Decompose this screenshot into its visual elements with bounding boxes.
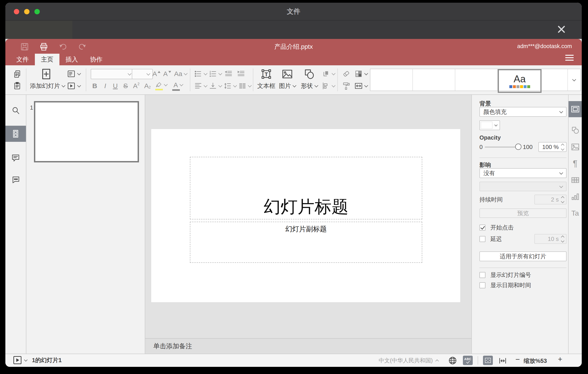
- add-slide-icon[interactable]: [41, 68, 52, 80]
- add-slide-button[interactable]: 添加幻灯片: [28, 82, 67, 89]
- start-on-click-checkbox[interactable]: [479, 225, 485, 231]
- fill-type-select[interactable]: 颜色填充: [479, 107, 567, 117]
- comments-icon[interactable]: [5, 150, 26, 166]
- underline-button[interactable]: U: [110, 81, 120, 91]
- textbox-icon[interactable]: T: [257, 68, 276, 80]
- decrease-indent-button[interactable]: [223, 69, 234, 79]
- image-icon[interactable]: [277, 68, 298, 80]
- copy-button[interactable]: [12, 69, 22, 79]
- increase-font-icon[interactable]: A: [151, 69, 162, 79]
- image-settings-icon[interactable]: [568, 139, 582, 155]
- font-name-select[interactable]: [91, 69, 134, 79]
- numbering-button[interactable]: [208, 69, 222, 79]
- preview-button: 预览: [479, 209, 567, 218]
- horizontal-align-button[interactable]: [193, 81, 207, 91]
- text-art-settings-icon[interactable]: Ta: [568, 205, 582, 221]
- editor-header: 产品介绍.pptx adm***@dootask.com 文件 主页 插入 协作: [5, 39, 582, 65]
- theme-thumbnail[interactable]: [370, 69, 413, 91]
- zoom-out-button[interactable]: −: [515, 355, 520, 363]
- columns-button[interactable]: [238, 81, 252, 91]
- shape-button[interactable]: 形状: [298, 82, 320, 89]
- slide-thumbnail-number: 1: [30, 104, 33, 111]
- show-slide-number-checkbox[interactable]: [479, 272, 485, 278]
- strikethrough-button[interactable]: S: [121, 81, 130, 91]
- set-language-icon[interactable]: [448, 356, 457, 365]
- clear-style-icon[interactable]: [341, 69, 352, 79]
- effect-option-select: [479, 182, 567, 191]
- maximize-traffic-light[interactable]: [34, 9, 40, 14]
- bold-button[interactable]: B: [90, 81, 100, 91]
- shape-settings-icon[interactable]: [568, 122, 582, 139]
- arrange-button[interactable]: [321, 69, 336, 79]
- theme-gallery-expand-icon[interactable]: [568, 69, 580, 91]
- slide-thumbnail[interactable]: [34, 101, 139, 162]
- slide-settings-icon[interactable]: [568, 101, 582, 117]
- slides-panel-icon[interactable]: [5, 126, 26, 142]
- paste-button[interactable]: [12, 80, 22, 91]
- subscript-button[interactable]: A2: [142, 81, 153, 91]
- notes-area[interactable]: 单击添加备注: [145, 338, 471, 354]
- table-settings-icon[interactable]: [568, 172, 582, 188]
- slide-title-text: 幻灯片标题: [264, 197, 348, 219]
- minimize-traffic-light[interactable]: [24, 9, 30, 14]
- zoom-level: 缩放%53: [524, 357, 547, 365]
- close-icon[interactable]: [557, 25, 566, 34]
- decrease-font-icon[interactable]: A: [162, 69, 172, 79]
- line-spacing-button[interactable]: [223, 81, 237, 91]
- slide-size-button[interactable]: [353, 81, 368, 91]
- search-icon[interactable]: [5, 102, 26, 119]
- highlight-color-button[interactable]: [154, 80, 168, 92]
- apply-to-all-button[interactable]: 适用于所有幻灯片: [479, 252, 567, 261]
- title-placeholder[interactable]: 幻灯片标题: [190, 157, 422, 220]
- superscript-button[interactable]: A2: [131, 81, 142, 91]
- zoom-in-button[interactable]: +: [558, 355, 562, 363]
- opacity-spinner[interactable]: 100 %: [538, 142, 567, 152]
- effect-label: 影响: [479, 161, 567, 169]
- subtitle-placeholder[interactable]: 幻灯片副标题: [190, 222, 422, 263]
- change-case-button[interactable]: Aa: [172, 69, 189, 79]
- slide-canvas[interactable]: 幻灯片标题 幻灯片副标题: [151, 129, 460, 302]
- show-date-time-checkbox[interactable]: [479, 282, 485, 288]
- theme-thumbnail[interactable]: [455, 69, 498, 91]
- fill-color-button[interactable]: [353, 69, 368, 79]
- italic-button[interactable]: I: [101, 81, 110, 91]
- bullets-button[interactable]: [193, 69, 207, 79]
- editor-area: 幻灯片标题 幻灯片副标题 单击添加备注: [145, 95, 471, 354]
- header-strip: [5, 21, 582, 39]
- copy-style-icon[interactable]: [341, 81, 352, 91]
- image-button[interactable]: 图片: [277, 82, 298, 89]
- start-slideshow-button[interactable]: [66, 81, 81, 91]
- fit-to-slide-button[interactable]: [483, 356, 493, 365]
- textbox-button[interactable]: 文本框: [257, 82, 276, 89]
- slide-layout-button[interactable]: [66, 69, 81, 79]
- opacity-slider[interactable]: [485, 146, 518, 148]
- align-shapes-button[interactable]: [321, 81, 336, 91]
- opacity-slider-handle[interactable]: [515, 143, 521, 150]
- spellcheck-toggle[interactable]: ABC: [463, 356, 473, 365]
- font-size-select[interactable]: [132, 69, 153, 79]
- slideshow-mode-chevron-icon[interactable]: [24, 358, 28, 362]
- font-color-button[interactable]: A: [171, 80, 185, 92]
- vertical-align-button[interactable]: [208, 81, 222, 91]
- theme-thumbnail[interactable]: [542, 69, 568, 91]
- increase-indent-button[interactable]: [236, 69, 246, 79]
- close-traffic-light[interactable]: [14, 9, 19, 14]
- chart-settings-icon[interactable]: [568, 188, 582, 205]
- start-slideshow-status-button[interactable]: [13, 356, 21, 364]
- tab-file[interactable]: 文件: [10, 54, 35, 65]
- delay-checkbox[interactable]: [479, 236, 485, 242]
- tab-insert[interactable]: 插入: [59, 54, 84, 65]
- chat-icon[interactable]: [5, 171, 26, 187]
- tab-home[interactable]: 主页: [35, 54, 59, 65]
- language-selector[interactable]: 中文(中华人民共和国): [379, 357, 433, 364]
- theme-thumbnail-selected[interactable]: Aa: [498, 69, 542, 93]
- tab-collaboration[interactable]: 协作: [84, 54, 109, 65]
- menu-icon[interactable]: [565, 53, 574, 62]
- paragraph-settings-icon[interactable]: ¶: [568, 155, 582, 172]
- theme-thumbnail[interactable]: [413, 69, 455, 91]
- fit-to-width-button[interactable]: [498, 356, 507, 365]
- shape-icon[interactable]: [298, 68, 320, 80]
- fill-color-swatch[interactable]: [479, 120, 500, 130]
- duration-label: 持续时间: [479, 196, 503, 204]
- effect-select[interactable]: 没有: [479, 168, 567, 178]
